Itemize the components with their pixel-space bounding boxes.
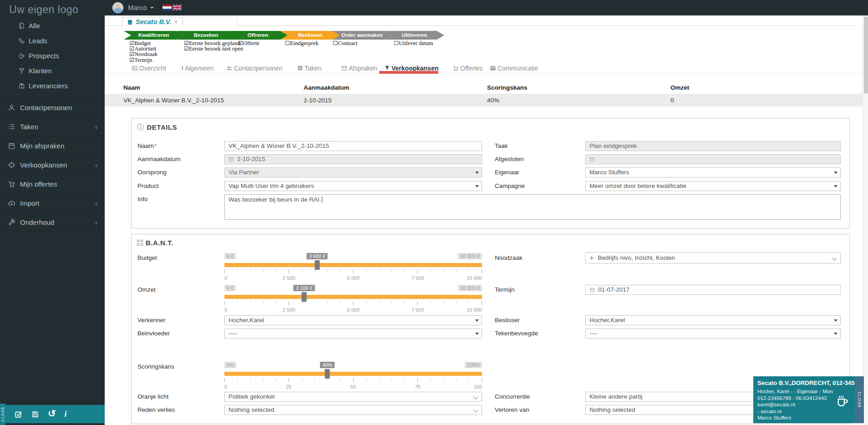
check-square-icon: [297, 65, 303, 71]
tab-overzicht[interactable]: Overzicht: [132, 65, 166, 71]
product-select[interactable]: Vap Multi User t/m 4 gebruikers: [224, 181, 482, 191]
oranje-licht-select[interactable]: Politiek gekonkel: [224, 392, 482, 402]
sidebar-item-mijn-offertes[interactable]: Mijn offertes: [0, 174, 105, 193]
panel-close-tab[interactable]: CLOSE: [0, 404, 5, 425]
field-label-omzet: Omzet: [137, 286, 156, 293]
naam-input[interactable]: VK_Alphen & Wüner B.V._2-10-2015: [224, 141, 482, 151]
sidebar-item-onderhoud[interactable]: Onderhoud ‹: [0, 212, 105, 232]
stage-checklist-kwalificeren: ☑Budget ☑Autoriteit ☑Noodzaak ☑Termijn: [129, 40, 157, 63]
check-square-icon[interactable]: [15, 410, 23, 418]
oorsprong-select[interactable]: Via Partner: [224, 167, 482, 177]
checkbox-contract[interactable]: ☐Contract: [333, 40, 357, 46]
beinvloeder-select[interactable]: ----: [224, 329, 482, 339]
chevron-down-icon: [473, 407, 478, 412]
select-arrow-icon: [475, 185, 479, 187]
dutch-flag-icon[interactable]: [162, 5, 172, 10]
sidebar-item-alle[interactable]: Alle: [0, 18, 105, 33]
field-label-info: Info: [137, 196, 148, 202]
save-icon[interactable]: [31, 410, 39, 418]
tab-afspraken[interactable]: Afspraken: [341, 65, 377, 71]
stage-checklist-offreren: ☑Offerte: [238, 40, 259, 46]
checkbox-termijn[interactable]: ☑Termijn: [129, 57, 157, 63]
pipeline-stage-offreren[interactable]: Offreren: [228, 31, 288, 40]
tab-contactpersonen[interactable]: Contactpersonen: [226, 65, 283, 71]
envelope-icon: [490, 65, 496, 71]
info-icon[interactable]: i: [65, 410, 67, 418]
checkbox-eerste-bezoek-niet-open[interactable]: ☑Eerste bezoek niet open: [184, 46, 243, 51]
slider-track[interactable]: [224, 263, 482, 267]
checkbox-noodzaak[interactable]: ☑Noodzaak: [129, 51, 157, 57]
contact-website: - secato.nl: [757, 408, 833, 415]
tab-communicatie[interactable]: Communicatie: [490, 65, 538, 71]
info-icon: i: [182, 65, 183, 72]
beslisser-select[interactable]: Hocher,Karel: [585, 315, 841, 325]
column-header-omzet: Omzet: [670, 84, 689, 91]
close-icon[interactable]: ×: [174, 18, 178, 25]
cell-scoringskans: 40%: [487, 97, 499, 104]
sidebar-group-main: Contactpersonen Taken ‹ Mijn afspraken V…: [0, 98, 105, 232]
pipeline-stage-uitleveren[interactable]: Uitleveren: [385, 31, 444, 40]
sidebar-item-prospects[interactable]: Prospects: [0, 48, 105, 63]
people-icon: [226, 65, 233, 71]
slider-track[interactable]: [224, 372, 482, 376]
slider-value-badge: 40%: [320, 362, 335, 368]
tab-taken[interactable]: Taken: [297, 65, 321, 71]
tab-algemeen[interactable]: i Algemeen: [182, 65, 213, 71]
chevron-down-icon[interactable]: [150, 7, 154, 9]
tekenbevoegde-select[interactable]: ----: [585, 329, 841, 339]
app-logo[interactable]: Uw eigen logo: [0, 0, 105, 18]
column-header-scoringskans: Scoringskans: [487, 84, 528, 91]
field-label-product: Product: [137, 182, 159, 189]
tab-offertes[interactable]: Offertes: [452, 65, 483, 71]
termijn-date-input[interactable]: 01-07-2017: [585, 285, 841, 295]
undo-icon[interactable]: ↺: [48, 409, 56, 418]
eigenaar-select[interactable]: Marco Stuffers: [585, 167, 841, 177]
avatar[interactable]: [112, 2, 124, 14]
slider-handle[interactable]: [302, 292, 307, 302]
cell-naam[interactable]: VK_Alphen & Wüner B.V._2-10-2015: [123, 97, 224, 104]
workspace-tab-secato[interactable]: Secato B.V. ×: [122, 17, 183, 26]
checkbox-eindgesprek[interactable]: ☐Eindgesprek: [285, 40, 319, 46]
scrollbar-thumb[interactable]: [864, 16, 868, 94]
pipeline-stage-kwalificeren[interactable]: Kwalificeren: [124, 31, 183, 40]
detail-tabs-divider: [105, 73, 863, 73]
sidebar-item-mijn-afspraken[interactable]: Mijn afspraken: [0, 136, 105, 155]
stage-checklist-bezoeken: ☑Eerste bezoek gepland ☑Eerste bezoek ni…: [184, 40, 243, 51]
slider-handle[interactable]: [325, 369, 330, 379]
reden-verlies-select[interactable]: Nothing selected: [224, 405, 482, 415]
contact-owner: Marco Stuffers: [757, 415, 833, 421]
pipeline-stage-beslissen[interactable]: Beslissen: [280, 31, 340, 40]
pipeline-stage-bezoeken[interactable]: Bezoeken: [176, 31, 236, 40]
sidebar-item-verkoopkansen[interactable]: Verkoopkansen ‹: [0, 155, 105, 174]
main-content: Secato B.V. × Kwalificeren Bezoeken Offr…: [105, 15, 863, 425]
sidebar-item-import[interactable]: Import ‹: [0, 193, 105, 212]
campagne-select[interactable]: Meer omzet door betere kwalificatie: [585, 181, 841, 191]
column-header-aanmaakdatum: Aanmaakdatum: [304, 84, 350, 91]
user-menu[interactable]: Marco: [128, 4, 147, 11]
sidebar-item-leveranciers[interactable]: Leveranciers: [0, 78, 105, 93]
vertical-scrollbar[interactable]: [863, 15, 868, 425]
checkbox-uitlever-datum[interactable]: ☐Uitlever datum: [394, 40, 433, 46]
checkbox-offerte[interactable]: ☑Offerte: [238, 40, 259, 46]
field-label-campagne: Campagne: [495, 182, 525, 189]
sidebar-item-klanten[interactable]: Klanten: [0, 63, 105, 78]
chevron-down-icon: [473, 394, 478, 399]
slider-max-badge: 10 000 €: [458, 285, 482, 291]
pipeline-stage-order-aanmaken[interactable]: Order aanmaken: [332, 31, 392, 40]
plus-icon[interactable]: +: [589, 254, 594, 262]
slider-track[interactable]: [224, 295, 482, 299]
tab-verkoopkansen[interactable]: Verkoopkansen: [384, 65, 439, 71]
info-textarea[interactable]: Was bezoeker bij beurs in de RAI.: [224, 194, 841, 220]
noodzaak-multiselect[interactable]: +Bedrijfs nivo, Inzicht, Kosten: [585, 252, 841, 263]
verkenner-select[interactable]: Hocher,Karel: [224, 315, 482, 325]
sidebar-item-taken[interactable]: Taken ‹: [0, 117, 105, 136]
popup-close-tab[interactable]: CLOSE: [855, 376, 864, 423]
field-label-beslisser: Beslisser: [495, 317, 520, 324]
chevron-left-icon: ‹: [95, 162, 97, 168]
details-panel: ⓘ DETAILS Naam* VK_Alphen & Wüner B.V._2…: [131, 118, 850, 228]
stage-checklist-order-aanmaken: ☐Contract: [333, 40, 357, 46]
uk-flag-icon[interactable]: [173, 5, 182, 10]
slider-handle[interactable]: [315, 260, 320, 270]
sidebar-item-contactpersonen[interactable]: Contactpersonen: [0, 98, 105, 117]
sidebar-item-leads[interactable]: Leads: [0, 33, 105, 48]
